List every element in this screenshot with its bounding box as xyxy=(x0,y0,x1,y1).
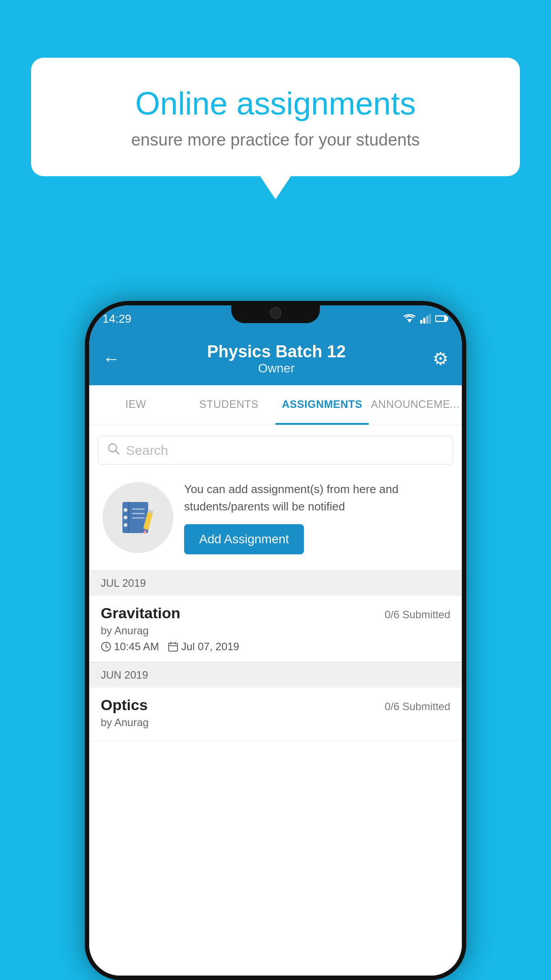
assignment-meta: 10:45 AM Jul 07, 2019 xyxy=(101,640,450,653)
tab-iew[interactable]: IEW xyxy=(89,385,182,425)
header-title: Physics Batch 12 xyxy=(207,342,346,361)
assignment-time-value: 10:45 AM xyxy=(114,640,159,653)
calendar-icon xyxy=(168,641,178,652)
clock-icon xyxy=(101,641,111,652)
header-subtitle: Owner xyxy=(207,361,346,375)
tab-students[interactable]: STUDENTS xyxy=(182,385,276,425)
assignment-item-optics[interactable]: Optics 0/6 Submitted by Anurag xyxy=(89,688,462,742)
svg-rect-4 xyxy=(429,314,431,324)
camera xyxy=(270,307,281,319)
phone-screen: 14:29 xyxy=(89,305,462,976)
svg-rect-3 xyxy=(426,316,429,324)
speech-bubble-title: Online assignments xyxy=(62,84,489,122)
phone-frame: 14:29 xyxy=(85,301,466,980)
search-bar[interactable]: Search xyxy=(98,436,453,465)
optics-submitted: 0/6 Submitted xyxy=(385,700,450,713)
speech-bubble-subtitle: ensure more practice for your students xyxy=(62,130,489,150)
header-center: Physics Batch 12 Owner xyxy=(207,342,346,375)
assignment-date-value: Jul 07, 2019 xyxy=(181,640,239,653)
optics-name: Optics xyxy=(101,696,148,714)
add-assignment-button[interactable]: Add Assignment xyxy=(184,524,304,554)
phone-content: Search xyxy=(89,425,462,976)
search-icon xyxy=(107,443,120,458)
settings-button[interactable]: ⚙ xyxy=(433,348,449,369)
svg-point-17 xyxy=(124,523,127,527)
tab-announcements[interactable]: ANNOUNCEME... xyxy=(369,385,462,425)
svg-point-15 xyxy=(124,508,127,512)
assignment-date: Jul 07, 2019 xyxy=(168,640,239,653)
svg-rect-1 xyxy=(420,320,422,324)
assignment-name: Gravitation xyxy=(101,605,180,622)
search-placeholder: Search xyxy=(126,443,168,458)
section-header-jul: JUL 2019 xyxy=(89,570,462,596)
svg-rect-2 xyxy=(423,318,425,324)
speech-bubble-container: Online assignments ensure more practice … xyxy=(31,58,520,176)
status-time: 14:29 xyxy=(102,312,131,326)
assignment-item-gravitation[interactable]: Gravitation 0/6 Submitted by Anurag 10:4… xyxy=(89,596,462,662)
section-header-jun: JUN 2019 xyxy=(89,662,462,688)
signal-icon xyxy=(420,314,431,324)
svg-rect-24 xyxy=(169,643,177,651)
status-icons xyxy=(403,314,449,324)
assignment-by: by Anurag xyxy=(101,624,450,637)
svg-line-9 xyxy=(116,451,119,454)
notebook-icon-circle xyxy=(102,482,173,553)
search-svg xyxy=(107,443,120,455)
svg-point-16 xyxy=(124,516,127,519)
svg-rect-6 xyxy=(447,317,448,320)
phone-notch xyxy=(231,301,320,323)
assignment-submitted: 0/6 Submitted xyxy=(385,609,450,621)
notebook-icon xyxy=(118,498,158,537)
optics-top: Optics 0/6 Submitted xyxy=(101,696,450,714)
optics-by: by Anurag xyxy=(101,716,450,729)
info-card: You can add assignment(s) from here and … xyxy=(98,472,453,563)
assignment-top: Gravitation 0/6 Submitted xyxy=(101,605,450,622)
assignment-time: 10:45 AM xyxy=(101,640,159,653)
battery-icon xyxy=(435,315,449,323)
speech-bubble: Online assignments ensure more practice … xyxy=(31,58,520,176)
wifi-icon xyxy=(403,314,416,324)
tab-assignments[interactable]: ASSIGNMENTS xyxy=(276,385,369,425)
info-text: You can add assignment(s) from here and … xyxy=(184,481,449,554)
info-description: You can add assignment(s) from here and … xyxy=(184,481,449,515)
svg-line-23 xyxy=(106,647,108,648)
svg-rect-7 xyxy=(436,316,444,321)
svg-marker-0 xyxy=(407,319,412,323)
app-header: ← Physics Batch 12 Owner ⚙ xyxy=(89,332,462,385)
tab-bar: IEW STUDENTS ASSIGNMENTS ANNOUNCEME... xyxy=(89,385,462,425)
back-button[interactable]: ← xyxy=(102,349,120,369)
